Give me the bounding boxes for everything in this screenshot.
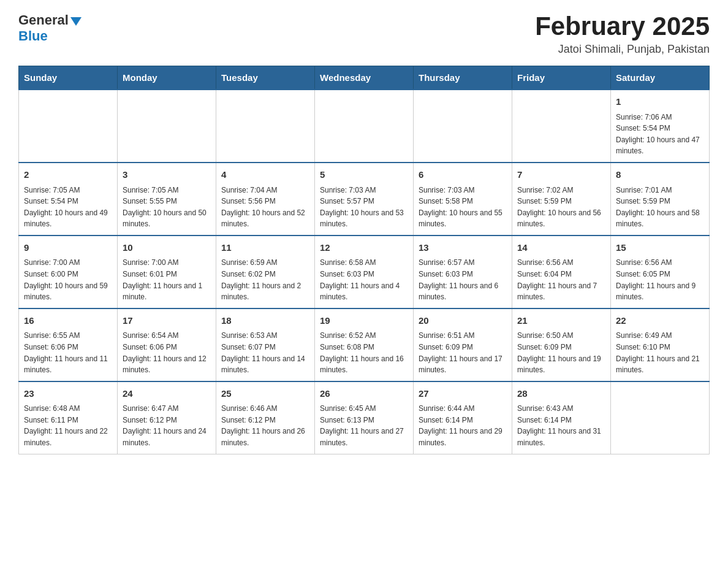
day-info: Sunrise: 7:00 AM Sunset: 6:00 PM Dayligh… [24,257,112,302]
day-number: 11 [221,241,309,255]
calendar-table: SundayMondayTuesdayWednesdayThursdayFrid… [18,66,710,454]
day-info: Sunrise: 7:03 AM Sunset: 5:58 PM Dayligh… [419,185,507,230]
calendar-cell: 18Sunrise: 6:53 AM Sunset: 6:07 PM Dayli… [216,308,315,381]
calendar-cell: 7Sunrise: 7:02 AM Sunset: 5:59 PM Daylig… [512,163,611,236]
logo-blue: Blue [18,28,48,44]
calendar-cell: 24Sunrise: 6:47 AM Sunset: 6:12 PM Dayli… [118,381,216,454]
day-number: 23 [24,387,112,401]
calendar-cell: 9Sunrise: 7:00 AM Sunset: 6:00 PM Daylig… [19,236,118,308]
calendar-cell: 21Sunrise: 6:50 AM Sunset: 6:09 PM Dayli… [512,308,611,381]
day-info: Sunrise: 6:47 AM Sunset: 6:12 PM Dayligh… [123,403,211,448]
calendar-cell [118,90,216,163]
calendar-cell: 11Sunrise: 6:59 AM Sunset: 6:02 PM Dayli… [216,236,315,308]
calendar-cell [611,381,710,454]
day-number: 15 [616,241,704,255]
day-info: Sunrise: 6:49 AM Sunset: 6:10 PM Dayligh… [616,330,704,375]
calendar-cell: 16Sunrise: 6:55 AM Sunset: 6:06 PM Dayli… [19,308,118,381]
calendar-cell: 13Sunrise: 6:57 AM Sunset: 6:03 PM Dayli… [414,236,512,308]
day-number: 20 [419,314,507,328]
day-info: Sunrise: 7:02 AM Sunset: 5:59 PM Dayligh… [517,185,605,230]
day-number: 13 [419,241,507,255]
day-number: 10 [123,241,211,255]
calendar-cell [315,90,414,163]
day-info: Sunrise: 6:45 AM Sunset: 6:13 PM Dayligh… [320,403,408,448]
calendar-body: 1Sunrise: 7:06 AM Sunset: 5:54 PM Daylig… [19,90,710,454]
calendar-cell [216,90,315,163]
day-info: Sunrise: 6:52 AM Sunset: 6:08 PM Dayligh… [320,330,408,375]
calendar-cell: 8Sunrise: 7:01 AM Sunset: 5:59 PM Daylig… [611,163,710,236]
calendar-cell: 26Sunrise: 6:45 AM Sunset: 6:13 PM Dayli… [315,381,414,454]
day-info: Sunrise: 6:56 AM Sunset: 6:04 PM Dayligh… [517,257,605,302]
day-info: Sunrise: 6:57 AM Sunset: 6:03 PM Dayligh… [419,257,507,302]
day-number: 26 [320,387,408,401]
calendar-cell: 5Sunrise: 7:03 AM Sunset: 5:57 PM Daylig… [315,163,414,236]
logo-triangle-icon [70,17,82,26]
day-number: 24 [123,387,211,401]
calendar-cell: 6Sunrise: 7:03 AM Sunset: 5:58 PM Daylig… [414,163,512,236]
day-number: 12 [320,241,408,255]
calendar-cell [19,90,118,163]
day-info: Sunrise: 7:03 AM Sunset: 5:57 PM Dayligh… [320,185,408,230]
day-info: Sunrise: 6:48 AM Sunset: 6:11 PM Dayligh… [24,403,112,448]
day-number: 7 [517,168,605,182]
day-number: 22 [616,314,704,328]
header-tuesday: Tuesday [216,66,315,90]
calendar-cell: 27Sunrise: 6:44 AM Sunset: 6:14 PM Dayli… [414,381,512,454]
day-info: Sunrise: 7:00 AM Sunset: 6:01 PM Dayligh… [123,257,211,302]
header-sunday: Sunday [19,66,118,90]
calendar-cell: 28Sunrise: 6:43 AM Sunset: 6:14 PM Dayli… [512,381,611,454]
day-info: Sunrise: 6:44 AM Sunset: 6:14 PM Dayligh… [419,403,507,448]
day-number: 1 [616,95,704,109]
logo-general: General [18,12,69,28]
day-number: 28 [517,387,605,401]
logo: General Blue [18,12,82,44]
day-info: Sunrise: 6:50 AM Sunset: 6:09 PM Dayligh… [517,330,605,375]
calendar-cell: 17Sunrise: 6:54 AM Sunset: 6:06 PM Dayli… [118,308,216,381]
calendar-cell [414,90,512,163]
calendar-week-4: 16Sunrise: 6:55 AM Sunset: 6:06 PM Dayli… [19,308,710,381]
calendar-cell: 4Sunrise: 7:04 AM Sunset: 5:56 PM Daylig… [216,163,315,236]
calendar-cell: 25Sunrise: 6:46 AM Sunset: 6:12 PM Dayli… [216,381,315,454]
calendar-cell: 2Sunrise: 7:05 AM Sunset: 5:54 PM Daylig… [19,163,118,236]
day-number: 17 [123,314,211,328]
calendar-cell [512,90,611,163]
page-title: February 2025 [535,12,710,40]
calendar-cell: 14Sunrise: 6:56 AM Sunset: 6:04 PM Dayli… [512,236,611,308]
day-info: Sunrise: 6:53 AM Sunset: 6:07 PM Dayligh… [221,330,309,375]
calendar-cell: 10Sunrise: 7:00 AM Sunset: 6:01 PM Dayli… [118,236,216,308]
day-number: 14 [517,241,605,255]
day-info: Sunrise: 7:05 AM Sunset: 5:54 PM Dayligh… [24,185,112,230]
calendar-header: SundayMondayTuesdayWednesdayThursdayFrid… [19,66,710,90]
calendar-cell: 1Sunrise: 7:06 AM Sunset: 5:54 PM Daylig… [611,90,710,163]
day-number: 9 [24,241,112,255]
day-info: Sunrise: 6:54 AM Sunset: 6:06 PM Dayligh… [123,330,211,375]
day-number: 19 [320,314,408,328]
day-info: Sunrise: 6:51 AM Sunset: 6:09 PM Dayligh… [419,330,507,375]
day-info: Sunrise: 6:56 AM Sunset: 6:05 PM Dayligh… [616,257,704,302]
day-number: 21 [517,314,605,328]
day-number: 2 [24,168,112,182]
day-number: 18 [221,314,309,328]
day-number: 25 [221,387,309,401]
calendar-week-3: 9Sunrise: 7:00 AM Sunset: 6:00 PM Daylig… [19,236,710,308]
calendar-cell: 19Sunrise: 6:52 AM Sunset: 6:08 PM Dayli… [315,308,414,381]
page-header: General Blue February 2025 Jatoi Shimali… [18,12,710,56]
day-number: 8 [616,168,704,182]
calendar-header-row: SundayMondayTuesdayWednesdayThursdayFrid… [19,66,710,90]
header-thursday: Thursday [414,66,512,90]
header-monday: Monday [118,66,216,90]
day-number: 16 [24,314,112,328]
calendar-cell: 23Sunrise: 6:48 AM Sunset: 6:11 PM Dayli… [19,381,118,454]
header-wednesday: Wednesday [315,66,414,90]
day-info: Sunrise: 7:04 AM Sunset: 5:56 PM Dayligh… [221,185,309,230]
day-info: Sunrise: 6:58 AM Sunset: 6:03 PM Dayligh… [320,257,408,302]
day-number: 6 [419,168,507,182]
header-saturday: Saturday [611,66,710,90]
day-info: Sunrise: 6:43 AM Sunset: 6:14 PM Dayligh… [517,403,605,448]
calendar-week-2: 2Sunrise: 7:05 AM Sunset: 5:54 PM Daylig… [19,163,710,236]
day-number: 4 [221,168,309,182]
day-info: Sunrise: 7:01 AM Sunset: 5:59 PM Dayligh… [616,185,704,230]
day-info: Sunrise: 7:05 AM Sunset: 5:55 PM Dayligh… [123,185,211,230]
calendar-cell: 22Sunrise: 6:49 AM Sunset: 6:10 PM Dayli… [611,308,710,381]
calendar-cell: 3Sunrise: 7:05 AM Sunset: 5:55 PM Daylig… [118,163,216,236]
